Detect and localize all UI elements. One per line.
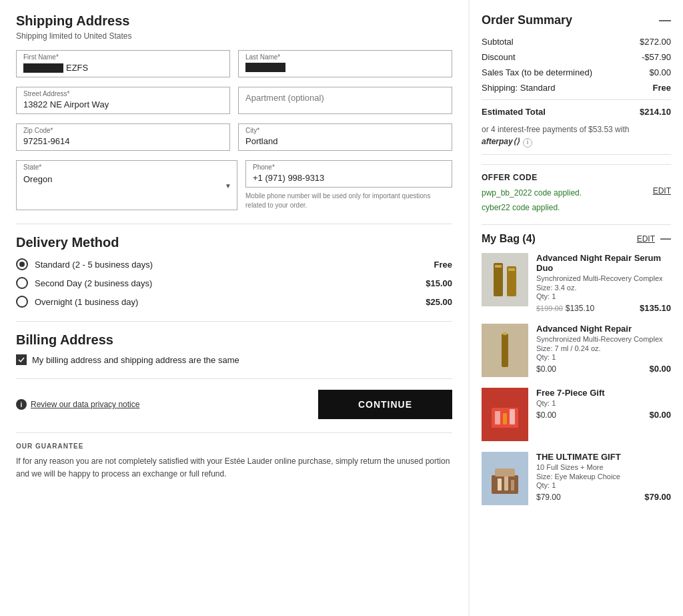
svg-rect-8 — [503, 413, 507, 424]
street-group: Street Address* — [16, 87, 230, 114]
product-info-2: Advanced Night Repair Synchronized Multi… — [536, 324, 671, 377]
offer-code-2: cyber22 code applied. — [482, 201, 582, 216]
city-label: City* — [245, 127, 259, 134]
phone-label: Phone* — [253, 164, 275, 171]
product-sale-price-4: $79.00 — [536, 493, 561, 502]
billing-checkbox-label: My billing address and shipping address … — [32, 355, 239, 365]
privacy-link[interactable]: i Review our data privacy notice — [16, 399, 139, 410]
product-info-3: Free 7-Piece Gift Qty: 1 $0.00 $0.00 — [536, 388, 671, 441]
afterpay-text: or 4 interest-free payments of $53.53 wi… — [482, 125, 629, 134]
afterpay-info-icon[interactable]: i — [523, 138, 532, 147]
svg-rect-13 — [504, 477, 508, 491]
order-summary-collapse-icon[interactable]: — — [659, 13, 671, 27]
shipping-value: Free — [653, 83, 671, 93]
radio-overnight[interactable] — [16, 296, 28, 308]
tax-row: Sales Tax (to be determined) $0.00 — [482, 67, 671, 77]
order-summary-header: Order Summary — — [482, 13, 671, 27]
offer-code-row: pwp_bb_2022 code applied. cyber22 code a… — [482, 186, 671, 215]
billing-checkbox-row[interactable]: My billing address and shipping address … — [16, 354, 452, 365]
guarantee-text: If for any reason you are not completely… — [16, 455, 452, 481]
city-input[interactable] — [245, 129, 445, 146]
phone-input[interactable] — [253, 166, 445, 183]
product-qty-3: Qty: 1 — [536, 399, 671, 407]
svg-rect-14 — [511, 480, 514, 491]
svg-rect-0 — [494, 263, 503, 296]
subtotal-value: $272.00 — [640, 37, 671, 47]
delivery-option-overnight[interactable]: Overnight (1 business day) $25.00 — [16, 296, 452, 308]
estimated-value: $214.10 — [640, 107, 671, 117]
guarantee-label: OUR GUARANTEE — [16, 442, 452, 450]
subtotal-label: Subtotal — [482, 37, 514, 47]
continue-button[interactable]: CONTINUE — [318, 390, 452, 419]
product-sub-2: Synchronized Multi-Recovery Complex — [536, 335, 671, 343]
radio-second-day[interactable] — [16, 277, 28, 289]
my-bag-edit-link[interactable]: EDIT — [637, 234, 655, 244]
first-name-value: EZFS — [66, 63, 88, 73]
delivery-second-day-label: Second Day (2 business days) — [35, 278, 152, 288]
product-img-4 — [482, 452, 528, 505]
phone-group: Phone* — [245, 160, 452, 188]
svg-rect-5 — [503, 332, 507, 335]
product-original-price-1: $199.00 — [536, 304, 563, 312]
offer-code-edit-link[interactable]: EDIT — [653, 186, 671, 196]
same-address-checkbox[interactable] — [16, 354, 27, 365]
discount-value: -$57.90 — [642, 52, 671, 62]
state-select[interactable]: Oregon — [23, 166, 230, 184]
city-group: City* — [238, 123, 452, 151]
offer-codes: pwp_bb_2022 code applied. cyber22 code a… — [482, 186, 582, 215]
zip-label: Zip Code* — [23, 127, 53, 134]
product-item-3: Free 7-Piece Gift Qty: 1 $0.00 $0.00 — [482, 388, 671, 441]
divider-1 — [482, 154, 671, 155]
discount-row: Discount -$57.90 — [482, 52, 671, 62]
product-size-4: Size: Eye Makeup Choice — [536, 473, 671, 481]
svg-rect-7 — [495, 411, 500, 424]
product-img-2 — [482, 324, 528, 377]
apt-input[interactable] — [245, 93, 445, 103]
zip-input[interactable] — [23, 129, 223, 146]
billing-section: Billing Address My billing address and s… — [16, 321, 452, 365]
discount-label: Discount — [482, 52, 516, 62]
my-bag-header: My Bag (4) EDIT — — [482, 224, 671, 245]
product-sale-price-1: $135.10 — [566, 304, 594, 313]
phone-note: Mobile phone number will be used only fo… — [245, 192, 452, 210]
zip-city-row: Zip Code* City* — [16, 123, 452, 151]
order-summary-title: Order Summary — [482, 13, 572, 27]
shipping-label: Shipping: Standard — [482, 83, 556, 93]
state-label: State* — [23, 164, 41, 171]
svg-rect-9 — [510, 409, 515, 424]
bottom-bar: i Review our data privacy notice CONTINU… — [16, 378, 452, 419]
offer-code-section: OFFER CODE pwp_bb_2022 code applied. cyb… — [482, 164, 671, 215]
phone-col: Phone* Mobile phone number will be used … — [245, 160, 452, 210]
radio-standard[interactable] — [16, 258, 28, 270]
delivery-overnight-price: $25.00 — [426, 297, 452, 307]
street-label: Street Address* — [23, 90, 69, 97]
product-final-price-2: $0.00 — [649, 364, 671, 374]
order-summary-rows: Subtotal $272.00 Discount -$57.90 Sales … — [482, 37, 671, 117]
my-bag-collapse-icon[interactable]: — — [660, 233, 671, 245]
first-name-group: First Name* EZFS — [16, 50, 230, 77]
redacted-block — [23, 63, 63, 73]
delivery-section: Delivery Method Standard (2 - 5 business… — [16, 224, 452, 308]
product-img-3 — [482, 388, 528, 441]
redacted-block-last — [245, 63, 285, 72]
svg-rect-4 — [502, 334, 508, 367]
estimated-total-row: Estimated Total $214.10 — [482, 99, 671, 117]
delivery-option-standard[interactable]: Standard (2 - 5 business days) Free — [16, 258, 452, 270]
product-name-3: Free 7-Piece Gift — [536, 388, 671, 398]
offer-code-label: OFFER CODE — [482, 173, 671, 182]
product-name-1: Advanced Night Repair Serum Duo — [536, 253, 671, 273]
product-item-4: THE ULTIMATE GIFT 10 Full Sizes + More S… — [482, 452, 671, 505]
estimated-label: Estimated Total — [482, 107, 546, 117]
state-phone-row: State* Oregon ▼ Phone* Mobile phone numb… — [16, 160, 452, 210]
street-row: Street Address* — [16, 87, 452, 114]
shipping-row: Shipping: Standard Free — [482, 83, 671, 93]
product-final-price-3: $0.00 — [649, 410, 671, 420]
guarantee-section: OUR GUARANTEE If for any reason you are … — [16, 432, 452, 481]
first-name-label: First Name* — [23, 53, 59, 61]
product-img-1 — [482, 253, 528, 306]
delivery-option-second-day[interactable]: Second Day (2 business days) $15.00 — [16, 277, 452, 289]
my-bag-actions: EDIT — — [637, 233, 671, 245]
product-sub-1: Synchronized Multi-Recovery Complex — [536, 274, 671, 282]
product-info-4: THE ULTIMATE GIFT 10 Full Sizes + More S… — [536, 452, 671, 505]
svg-rect-11 — [495, 469, 515, 477]
